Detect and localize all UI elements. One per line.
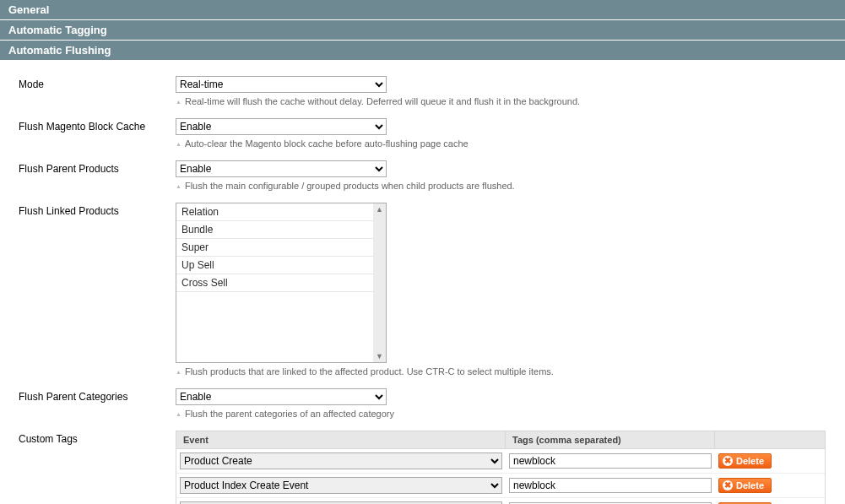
mode-label: Mode <box>19 76 176 90</box>
linked-option[interactable]: Cross Sell <box>176 274 373 292</box>
delete-label: Delete <box>736 480 764 490</box>
table-row: Product Create✖Delete <box>176 449 825 474</box>
event-select[interactable]: Product Create <box>180 453 502 469</box>
mode-select[interactable]: Real-time <box>176 76 387 93</box>
section-automatic-tagging[interactable]: Automatic Tagging <box>0 20 845 41</box>
flush-block-label: Flush Magento Block Cache <box>19 118 176 133</box>
tags-input[interactable] <box>509 478 712 493</box>
linked-option[interactable]: Relation <box>176 203 373 221</box>
flush-parent-categories-label: Flush Parent Categories <box>19 388 176 403</box>
col-tags: Tags (comma separated) <box>506 431 715 448</box>
event-select[interactable]: Product Index Create Event <box>180 477 502 494</box>
delete-button[interactable]: ✖Delete <box>718 453 772 469</box>
col-event: Event <box>176 431 506 448</box>
flush-parent-products-label: Flush Parent Products <box>19 160 176 175</box>
flush-parent-categories-hint: Flush the parent categories of an affect… <box>176 409 826 419</box>
linked-option[interactable]: Super <box>176 239 373 257</box>
flush-block-hint: Auto-clear the Magento block cache befor… <box>176 138 826 149</box>
flush-parent-products-select[interactable]: Enable <box>176 160 387 177</box>
scroll-down-icon[interactable]: ▼ <box>376 350 383 362</box>
linked-option[interactable]: Bundle <box>176 221 373 239</box>
scrollbar[interactable]: ▲ ▼ <box>373 203 386 362</box>
tags-input[interactable] <box>509 453 712 469</box>
mode-hint: Real-time will flush the cache without d… <box>176 96 826 106</box>
custom-tags-grid: Event Tags (comma separated) Product Cre… <box>176 431 826 504</box>
delete-icon: ✖ <box>723 456 733 466</box>
col-actions <box>715 431 825 448</box>
section-general[interactable]: General <box>0 0 845 20</box>
linked-option[interactable]: Up Sell <box>176 257 373 274</box>
flush-parent-categories-select[interactable]: Enable <box>176 388 387 405</box>
delete-icon: ✖ <box>723 480 733 490</box>
flush-block-select[interactable]: Enable <box>176 118 387 135</box>
custom-tags-label: Custom Tags <box>19 431 176 445</box>
flush-parent-products-hint: Flush the main configurable / grouped pr… <box>176 181 826 191</box>
delete-label: Delete <box>736 456 764 466</box>
section-automatic-flushing[interactable]: Automatic Flushing <box>0 41 845 61</box>
table-row: Product Index Create Deferred Event✖Dele… <box>176 498 825 504</box>
table-row: Product Index Create Event✖Delete <box>176 474 825 498</box>
flush-linked-hint: Flush products that are linked to the af… <box>176 366 826 377</box>
flush-linked-label: Flush Linked Products <box>19 203 176 217</box>
delete-button[interactable]: ✖Delete <box>718 478 772 493</box>
scroll-up-icon[interactable]: ▲ <box>376 203 383 215</box>
flush-linked-multiselect[interactable]: RelationBundleSuperUp SellCross Sell ▲ ▼ <box>176 203 387 363</box>
